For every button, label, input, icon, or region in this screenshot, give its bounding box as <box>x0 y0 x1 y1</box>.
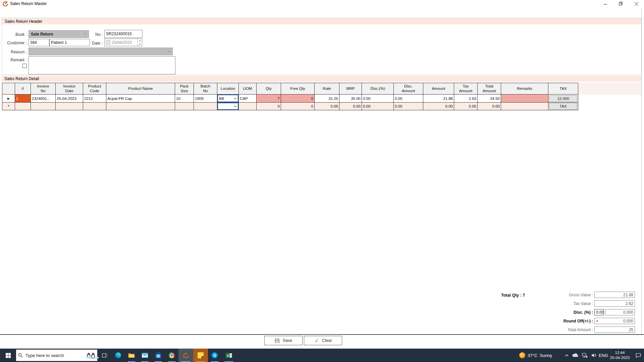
cell-disc-pct[interactable]: 0.00 <box>362 95 394 103</box>
col-product-name: Product Name <box>106 83 175 95</box>
cell-product-code[interactable]: 2212 <box>83 95 106 103</box>
remark-checkbox[interactable] <box>22 64 27 68</box>
cell-rate[interactable]: 31.25 <box>315 95 339 103</box>
tray-clock[interactable]: 12:44 25-04-2023 <box>609 349 631 362</box>
taskbar-search-input[interactable]: Type here to search <box>16 350 97 361</box>
speaker-icon <box>591 353 596 357</box>
close-button[interactable] <box>629 0 644 7</box>
col-batch-no: Batch No <box>194 83 217 95</box>
cell-disc-amount[interactable]: 0.00 <box>394 103 423 110</box>
tax-button[interactable]: 12.000 <box>549 95 577 102</box>
row-selector[interactable]: ▶ <box>2 95 15 103</box>
cell-mrp[interactable]: 35.00 <box>339 95 362 103</box>
taskbar-mail[interactable] <box>138 349 152 362</box>
cell-qty[interactable]: 7 <box>257 95 281 103</box>
cell-amount[interactable]: 0.00 <box>423 103 454 110</box>
location-dropdown[interactable]: BB <box>217 95 238 102</box>
total-amount-label: Total Amount : <box>539 327 593 332</box>
minimize-button[interactable] <box>598 0 613 7</box>
cell-remarks[interactable] <box>501 103 548 110</box>
cell-amount[interactable]: 21.88 <box>423 95 454 103</box>
cell-free-qty[interactable]: 0 <box>281 95 315 103</box>
tray-volume[interactable] <box>589 349 598 362</box>
cell-total-amount[interactable]: 24.50 <box>478 95 501 103</box>
save-button[interactable]: Save <box>264 336 303 345</box>
cell-num[interactable]: 1 <box>15 95 31 103</box>
cell-product-name[interactable]: Acpat-PR Cap <box>106 95 175 103</box>
cell-invoice-date[interactable] <box>56 103 83 110</box>
reason-dropdown[interactable] <box>29 48 173 55</box>
chevron-down-icon <box>167 51 170 52</box>
taskbar-pharmacy-app[interactable] <box>178 349 193 362</box>
cell-pack-size[interactable]: 10 <box>175 95 194 103</box>
col-rate: Rate <box>315 83 339 95</box>
cell-free-qty[interactable]: 0 <box>281 103 315 110</box>
total-amount-input[interactable]: 25 <box>594 326 635 333</box>
tray-show-hidden-icons[interactable] <box>563 349 570 362</box>
cell-qty[interactable]: 0 <box>257 103 281 110</box>
taskbar-store[interactable] <box>152 349 165 362</box>
clear-button[interactable]: Clear <box>304 336 342 345</box>
taskbar-sticky-notes[interactable] <box>193 349 208 362</box>
cell-uom[interactable]: CAP <box>239 95 257 103</box>
cloud-icon <box>572 353 579 357</box>
gross-value-input[interactable]: 21.88 <box>594 292 635 298</box>
tax-value-input[interactable]: 2.62 <box>594 300 635 307</box>
round-off-input[interactable]: + 0.500 <box>594 318 635 324</box>
cell-product-code[interactable] <box>83 103 106 110</box>
date-spinner[interactable]: ▲▼ <box>138 39 142 46</box>
action-center-button[interactable] <box>633 349 644 362</box>
cell-invoice-no[interactable]: 2324001... <box>31 95 56 103</box>
task-view-button[interactable] <box>98 349 111 362</box>
taskbar-chrome[interactable] <box>165 349 178 362</box>
tray-language[interactable]: ENG <box>598 349 609 362</box>
col-mrp: MRP <box>339 83 362 95</box>
mortar-pestle-app-icon <box>183 353 189 358</box>
cell-uom[interactable] <box>239 103 257 110</box>
location-value: BB <box>219 97 224 101</box>
cell-product-name[interactable] <box>106 103 175 110</box>
tray-onedrive[interactable] <box>571 349 580 362</box>
book-dropdown[interactable]: Sale Return <box>29 30 89 38</box>
cell-tax-amount[interactable]: 2.63 <box>454 95 478 103</box>
taskbar-skype[interactable]: S <box>208 349 221 362</box>
cell-disc-amount[interactable]: 0.00 <box>394 95 423 103</box>
taskbar-edge[interactable] <box>111 349 125 362</box>
no-input[interactable]: SR232400015 <box>104 30 143 38</box>
cell-batch-no[interactable]: 1909 <box>194 95 217 103</box>
cell-num[interactable] <box>15 103 31 110</box>
customer-code-input[interactable]: 364 <box>29 39 49 46</box>
cell-total-amount[interactable]: 0.00 <box>478 103 501 110</box>
grid-row-new: * 0 0 0.00 0.00 0.00 0.00 0.00 0.00 <box>2 103 578 110</box>
location-dropdown[interactable] <box>217 103 238 110</box>
tray-network[interactable] <box>580 349 589 362</box>
tax-value: 2.62 <box>626 301 633 306</box>
cell-tax-amount[interactable]: 0.00 <box>454 103 478 110</box>
cell-rate[interactable]: 0.00 <box>315 103 339 110</box>
cell-location: BB <box>217 95 239 103</box>
tax-button[interactable]: TAX <box>549 103 577 110</box>
store-icon <box>155 352 161 358</box>
cell-pack-size[interactable] <box>175 103 194 110</box>
start-button[interactable] <box>0 349 16 362</box>
disc-amount-input[interactable]: 0.000 <box>605 309 635 315</box>
restore-button[interactable] <box>613 0 629 7</box>
cell-disc-pct[interactable]: 0.00 <box>362 103 394 110</box>
taskbar-excel[interactable]: X <box>221 349 236 362</box>
taskbar-file-explorer[interactable] <box>125 349 138 362</box>
row-selector[interactable]: * <box>2 103 15 110</box>
customer-name-input[interactable]: Patient 1 <box>49 39 90 46</box>
mail-icon <box>142 353 148 358</box>
remark-textarea[interactable] <box>29 56 175 74</box>
clear-brush-icon <box>314 338 319 343</box>
cell-batch-no[interactable] <box>194 103 217 110</box>
cell-invoice-date[interactable]: 25-04-2023 <box>56 95 83 103</box>
cell-mrp[interactable]: 0.00 <box>339 103 362 110</box>
chevron-down-icon <box>234 106 237 107</box>
disc-pct-input[interactable]: 0.00 <box>594 309 604 315</box>
cell-invoice-no[interactable] <box>31 103 56 110</box>
date-checkbox[interactable]: ✓ <box>106 40 110 45</box>
cell-remarks[interactable] <box>501 95 548 103</box>
date-picker[interactable]: ✓ 25/04/2023 ▲▼ <box>104 39 142 46</box>
weather-widget[interactable]: 37°C Sunny <box>519 349 559 362</box>
